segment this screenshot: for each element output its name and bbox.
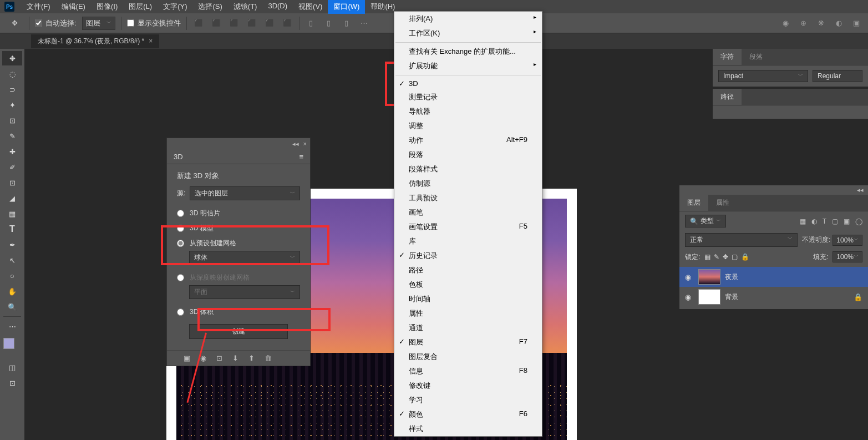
3d-scene-icon[interactable]: ▣	[184, 354, 190, 362]
wmenu-item[interactable]: 路径	[394, 263, 542, 277]
screenmode-tool[interactable]: ⊡	[2, 376, 22, 390]
menu-3D(D)[interactable]: 3D(D)	[262, 0, 293, 14]
move-tool-icon[interactable]: ✥	[6, 14, 23, 32]
wmenu-item[interactable]: 通道	[394, 321, 542, 335]
eraser-tool[interactable]: ◢	[2, 191, 22, 205]
3d-mesh-preset-select[interactable]: 球体﹀	[189, 251, 300, 265]
wmenu-item[interactable]: 工具预设	[394, 191, 542, 205]
font-family-select[interactable]: Impact﹀	[718, 70, 808, 82]
3d-mat-icon[interactable]: ⬇	[232, 354, 238, 362]
dist-icon[interactable]: ▯	[305, 17, 317, 29]
crop-tool[interactable]: ⊡	[2, 113, 22, 128]
layer-item[interactable]: ◉背景🔒	[679, 287, 868, 307]
gradient-tool[interactable]: ▦	[2, 206, 22, 221]
align-bottom-icon[interactable]: ⬛	[228, 17, 240, 29]
3d-tab[interactable]: 3D≡	[167, 150, 310, 164]
hand-tool[interactable]: ✋	[2, 284, 22, 299]
wmenu-item[interactable]: 排列(A)	[394, 12, 542, 26]
healing-tool[interactable]: ✚	[2, 144, 22, 159]
filter-smart-icon[interactable]: ▣	[844, 218, 850, 225]
font-style-select[interactable]: Regular	[813, 70, 862, 82]
wmenu-item[interactable]: 导航器	[394, 104, 542, 119]
lock-paint-icon[interactable]: ✎	[714, 253, 719, 261]
quickmask-tool[interactable]: ◫	[2, 360, 22, 375]
wmenu-item[interactable]: 历史记录	[394, 249, 542, 263]
wmenu-item[interactable]: 扩展功能	[394, 59, 542, 73]
fill-field[interactable]: 100%﹀	[833, 251, 862, 262]
menu-图像(I)[interactable]: 图像(I)	[91, 0, 123, 14]
menu-窗口(W)[interactable]: 窗口(W)	[328, 0, 365, 14]
marquee-tool[interactable]: ◌	[2, 67, 22, 81]
3d-env-icon[interactable]: ⊡	[216, 354, 222, 362]
brush-tool[interactable]: ✐	[2, 160, 22, 174]
menu-文件(F)[interactable]: 文件(F)	[21, 0, 56, 14]
wmenu-item[interactable]: 图层F7	[394, 335, 542, 350]
menu-视图(V)[interactable]: 视图(V)	[293, 0, 328, 14]
opacity-field[interactable]: 100%﹀	[833, 235, 862, 246]
align-left-icon[interactable]: ⬛	[246, 17, 258, 29]
autoselect-checkbox[interactable]: 自动选择:	[35, 18, 77, 28]
filter-toggle-icon[interactable]: ◯	[855, 218, 862, 225]
align-hcenter-icon[interactable]: ⬛	[263, 17, 276, 29]
wmenu-item[interactable]: 查找有关 Exchange 的扩展功能...	[394, 44, 542, 59]
wmenu-item[interactable]: 色板	[394, 277, 542, 292]
filter-type-icon[interactable]: T	[823, 218, 826, 225]
tab-layers[interactable]: 图层	[679, 195, 708, 211]
wmenu-item[interactable]: 仿制源	[394, 176, 542, 191]
autoselect-target[interactable]: 图层﹀	[82, 17, 115, 30]
lock-trans-icon[interactable]: ▦	[704, 253, 710, 261]
stamp-tool[interactable]: ⊡	[2, 175, 22, 190]
filter-adjust-icon[interactable]: ◐	[811, 218, 817, 225]
3d-postcard-radio[interactable]: 3D 明信片	[177, 206, 300, 221]
wmenu-item[interactable]: 学习	[394, 393, 542, 407]
wmenu-item[interactable]: 属性	[394, 306, 542, 321]
wmenu-item[interactable]: 调整	[394, 119, 542, 133]
wmenu-item[interactable]: 时间轴	[394, 292, 542, 306]
menu-编辑(E)[interactable]: 编辑(E)	[56, 0, 91, 14]
3d-source-select[interactable]: 选中的图层﹀	[190, 186, 300, 200]
lock-all-icon[interactable]: 🔒	[741, 253, 749, 261]
zoom-tool[interactable]: 🔍	[2, 300, 22, 314]
3d-mesh-radio[interactable]: 从预设创建网格	[177, 236, 300, 251]
3d-model-radio[interactable]: 3D 模型	[177, 221, 300, 236]
visibility-icon[interactable]: ◉	[685, 273, 694, 281]
path-select-tool[interactable]: ↖	[2, 253, 22, 267]
wmenu-item[interactable]: 动作Alt+F9	[394, 133, 542, 148]
tab-character[interactable]: 字符	[713, 49, 742, 65]
tab-properties[interactable]: 属性	[708, 195, 737, 211]
type-tool[interactable]: T	[2, 222, 22, 236]
wmenu-item[interactable]: 画笔	[394, 205, 542, 220]
align-top-icon[interactable]: ⬛	[192, 17, 205, 29]
shape-tool[interactable]: ○	[2, 269, 22, 283]
wand-tool[interactable]: ✦	[2, 98, 22, 112]
visibility-icon[interactable]: ◉	[685, 293, 694, 301]
wmenu-item[interactable]: 样式	[394, 422, 542, 436]
lock-art-icon[interactable]: ▢	[732, 253, 738, 261]
blend-mode-select[interactable]: 正常﹀	[685, 233, 798, 247]
dist-icon[interactable]: ▯	[341, 17, 353, 29]
wmenu-item[interactable]: 段落	[394, 148, 542, 162]
wmenu-item[interactable]: 测量记录	[394, 90, 542, 104]
align-right-icon[interactable]: ⬛	[281, 17, 293, 29]
menu-选择(S)[interactable]: 选择(S)	[192, 0, 227, 14]
wmenu-item[interactable]: 颜色F6	[394, 407, 542, 422]
3d-light-icon[interactable]: ◉	[200, 354, 206, 362]
layer-filter-select[interactable]: 🔍 类型 ﹀	[685, 215, 726, 227]
3d-volume-radio[interactable]: 3D 体积	[177, 305, 300, 320]
collapse-icon[interactable]: ◂◂	[292, 140, 299, 148]
layer-item[interactable]: ◉夜景	[679, 267, 868, 287]
menu-文字(Y)[interactable]: 文字(Y)	[158, 0, 192, 14]
3d-camera-icon[interactable]: ▣	[850, 17, 862, 29]
color-swatches[interactable]	[2, 338, 22, 356]
wmenu-item[interactable]: 库	[394, 234, 542, 249]
3d-pan-icon[interactable]: ❋	[815, 17, 827, 29]
lock-pos-icon[interactable]: ✥	[723, 253, 728, 261]
wmenu-item[interactable]: 图层复合	[394, 350, 542, 364]
edit-toolbar[interactable]: ⋯	[2, 319, 22, 333]
wmenu-item[interactable]: 段落样式	[394, 162, 542, 176]
pen-tool[interactable]: ✒	[2, 237, 22, 252]
wmenu-item[interactable]: 画笔设置F5	[394, 220, 542, 234]
tab-paths[interactable]: 路径	[713, 89, 742, 105]
3d-mode-icon[interactable]: ◉	[779, 17, 791, 29]
filter-shape-icon[interactable]: ▢	[832, 218, 838, 225]
